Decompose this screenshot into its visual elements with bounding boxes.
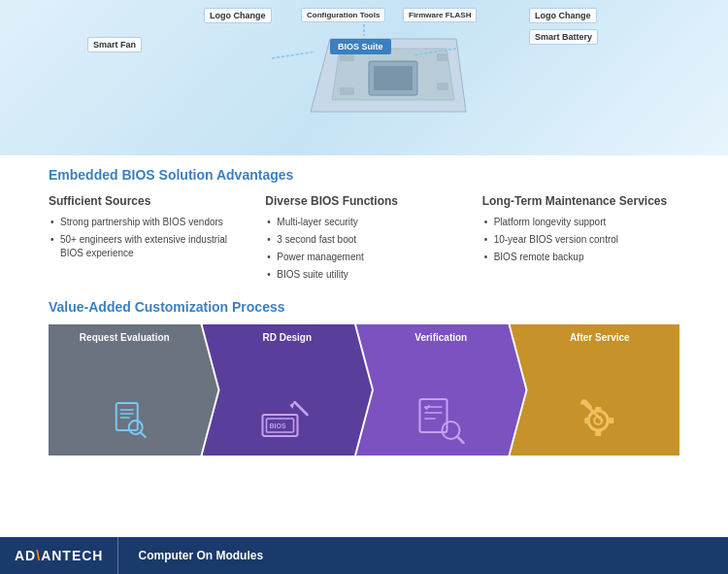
motherboard-diagram — [243, 15, 485, 141]
col2-header: Diverse BIOS Functions — [265, 194, 462, 210]
col3-header: Long-Term Maintenance Services — [482, 194, 679, 210]
col-sufficient-sources: Sufficient Sources Strong partnership wi… — [49, 194, 265, 286]
col3-item-2: 10-year BIOS version control — [482, 233, 679, 247]
search-doc-icon — [107, 395, 155, 444]
col3-item-1: Platform longevity support — [482, 216, 679, 229]
step2-icon-area: BIOS — [260, 392, 314, 446]
svg-rect-31 — [596, 431, 602, 436]
col1-list: Strong partnership with BIOS vendors 50+… — [49, 216, 246, 260]
value-added-section: Value-Added Customization Process Reques… — [49, 299, 679, 456]
svg-rect-3 — [374, 66, 413, 90]
bios-suite-badge: BIOS Suite — [330, 39, 391, 54]
smart-battery-label: Smart Battery — [529, 29, 598, 45]
firmware-flash-label: Firmware FLASH — [403, 8, 477, 22]
svg-rect-7 — [437, 83, 448, 90]
svg-rect-32 — [585, 418, 590, 423]
svg-rect-6 — [437, 53, 448, 61]
svg-marker-21 — [289, 402, 294, 409]
svg-rect-11 — [116, 403, 138, 430]
step-after-service: After Service — [511, 324, 680, 456]
process-flow: Request Evaluation — [49, 324, 679, 456]
col1-item-1: Strong partnership with BIOS vendors — [49, 216, 246, 229]
svg-rect-30 — [596, 407, 602, 412]
step1-label: Request Evaluation — [49, 332, 201, 343]
checklist-search-icon — [415, 395, 466, 444]
col2-item-1: Multi-layer security — [265, 216, 462, 229]
advantages-title: Embedded BIOS Solution Advantages — [49, 167, 679, 183]
footer-subtitle: Computer On Modules — [118, 549, 282, 562]
smart-fan-label: Smart Fan — [87, 37, 142, 52]
bios-chip-icon: BIOS — [260, 397, 314, 441]
svg-line-27 — [457, 437, 463, 443]
col1-header: Sufficient Sources — [49, 194, 246, 210]
step3-icon-area — [414, 392, 468, 446]
value-added-title: Value-Added Customization Process — [49, 299, 679, 315]
col1-item-2: 50+ engineers with extensive industrial … — [49, 233, 246, 260]
step4-label: After Service — [528, 332, 673, 343]
main-content: Embedded BIOS Solution Advantages Suffic… — [0, 155, 728, 465]
svg-line-8 — [272, 51, 315, 58]
footer-brand: AD\ANTECH — [0, 537, 118, 574]
col2-item-2: 3 second fast boot — [265, 233, 462, 247]
svg-rect-33 — [610, 418, 614, 423]
config-tools-label: Configuration Tools — [301, 8, 385, 22]
col2-item-4: BIOS suite utility — [265, 268, 462, 282]
step2-label: RD Design — [220, 332, 355, 343]
step3-label: Verification — [374, 332, 509, 343]
step-verification: Verification — [356, 324, 526, 456]
logo-change-right-label: Logo Change — [529, 8, 597, 23]
col-longterm: Long-Term Maintenance Services Platform … — [482, 194, 679, 286]
svg-rect-5 — [340, 87, 354, 95]
svg-line-16 — [141, 432, 146, 437]
step-rd-design: RD Design BIOS — [203, 324, 373, 456]
advantages-grid: Sufficient Sources Strong partnership wi… — [49, 194, 679, 286]
step4-icon-area — [571, 392, 624, 446]
brand-highlight: \ — [36, 548, 41, 563]
svg-line-20 — [294, 402, 307, 415]
footer: AD\ANTECH Computer On Modules — [0, 537, 728, 574]
step-request-evaluation: Request Evaluation — [49, 324, 218, 456]
step1-icon-area — [104, 392, 157, 446]
brand-text: AD\ANTECH — [15, 548, 103, 563]
col2-item-3: Power management — [265, 251, 462, 264]
advantages-section: Embedded BIOS Solution Advantages Suffic… — [49, 167, 679, 286]
svg-point-28 — [589, 411, 609, 430]
col3-list: Platform longevity support 10-year BIOS … — [482, 216, 679, 264]
col3-item-3: BIOS remote backup — [482, 251, 679, 264]
col-diverse-bios: Diverse BIOS Functions Multi-layer secur… — [265, 194, 481, 286]
svg-text:BIOS: BIOS — [269, 422, 285, 429]
svg-rect-4 — [340, 53, 354, 61]
col2-list: Multi-layer security 3 second fast boot … — [265, 216, 462, 282]
wrench-gear-icon — [574, 395, 622, 444]
logo-change-left-label: Logo Change — [204, 8, 272, 23]
diagram-area: Smart Fan Logo Change Configuration Tool… — [0, 0, 728, 155]
